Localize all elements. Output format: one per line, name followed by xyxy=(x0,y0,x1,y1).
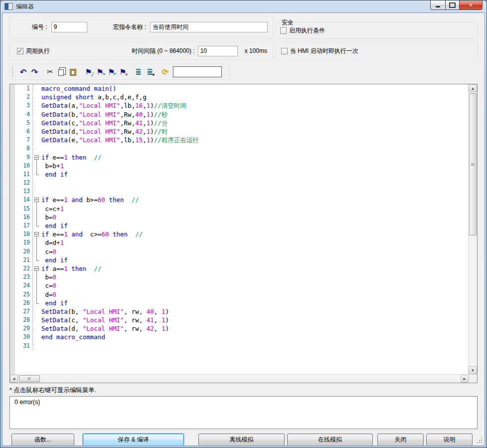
scroll-up-icon[interactable]: ▲ xyxy=(469,84,477,92)
compile-output: 0 error(s) xyxy=(9,396,478,429)
minimize-button[interactable] xyxy=(430,0,445,10)
code-line[interactable]: 31 xyxy=(15,342,468,350)
code-line[interactable]: 18if e==1 and c>=60 then // xyxy=(15,230,468,238)
redo-button[interactable]: ↷ xyxy=(29,66,40,78)
titlebar[interactable]: 编辑器 ✕ xyxy=(0,0,487,12)
macro-name-input[interactable] xyxy=(150,22,268,32)
macro-id-input[interactable] xyxy=(51,22,87,32)
code-line[interactable]: 5GetData(c,"Local HMI",Rw,41,1)//分 xyxy=(15,119,468,127)
code-area[interactable]: 1macro_command main()2unsigned short a,b… xyxy=(15,84,468,374)
close-icon: ✕ xyxy=(469,2,473,8)
code-line[interactable]: 1macro_command main() xyxy=(15,84,468,93)
maximize-button[interactable] xyxy=(445,0,460,10)
code-line[interactable]: 7GetData(e,"Local HMI",lb,15,1)//程序正在运行 xyxy=(15,136,468,144)
code-line[interactable]: 27SetData(b, "Local HMI", rw, 40, 1) xyxy=(15,307,468,316)
code-editor[interactable]: 1macro_command main()2unsigned short a,b… xyxy=(9,84,478,383)
maximize-icon xyxy=(449,2,456,8)
code-line[interactable]: 20 c=0 xyxy=(15,247,468,256)
code-line[interactable]: 6GetData(d,"Local HMI",Rw,42,1)//时 xyxy=(15,127,468,136)
find-icon: ⟳ xyxy=(162,67,168,77)
code-line[interactable]: 15 c=c+1 xyxy=(15,205,468,213)
vertical-scrollbar[interactable]: ▲ ▼ xyxy=(468,84,477,374)
scroll-right-icon[interactable]: ► xyxy=(461,375,469,383)
code-text: unsigned short a,b,c,d,e,f,g xyxy=(41,93,468,101)
line-number: 6 xyxy=(15,127,33,136)
code-line[interactable]: 11 end if xyxy=(15,170,468,179)
clear-bookmarks-button[interactable]: ⚑✕ xyxy=(117,66,129,78)
outdent-button[interactable]: ≣◄ xyxy=(144,66,156,78)
code-text: end if xyxy=(41,256,468,264)
code-line[interactable]: 24 c=0 xyxy=(15,281,468,290)
prev-bookmark-button[interactable]: ⚑↶ xyxy=(106,66,117,78)
line-number: 1 xyxy=(15,84,33,93)
copy-button[interactable] xyxy=(56,66,67,78)
fold-toggle-icon[interactable] xyxy=(33,264,41,273)
resize-grip[interactable] xyxy=(477,438,483,444)
periodic-panel: 周期执行 时间间隔 (0 ~ 864000) : x 100ms xyxy=(9,42,273,60)
line-number: 13 xyxy=(15,187,33,196)
toggle-bookmark-button[interactable]: ⚑╱ xyxy=(83,66,94,78)
run-on-startup-checkbox[interactable] xyxy=(281,48,288,54)
save-compile-button[interactable]: 保存 & 编译 xyxy=(83,434,184,446)
line-number: 10 xyxy=(15,162,33,170)
fold-margin xyxy=(33,127,41,136)
horizontal-scroll-thumb[interactable] xyxy=(19,375,40,382)
interval-input[interactable] xyxy=(198,46,238,56)
code-line[interactable]: 13 xyxy=(15,187,468,196)
scroll-down-icon[interactable]: ▼ xyxy=(469,366,477,374)
code-line[interactable]: 22if a==1 then // xyxy=(15,264,468,273)
fold-toggle-icon[interactable] xyxy=(33,230,41,238)
periodic-checkbox[interactable] xyxy=(17,48,23,54)
code-line[interactable]: 28SetData(c, "Local HMI", rw, 41, 1) xyxy=(15,316,468,324)
offline-simulation-button[interactable]: 离线模拟 xyxy=(198,434,285,446)
code-line[interactable]: 10 b=b+1 xyxy=(15,162,468,170)
find-button[interactable]: ⟳ xyxy=(160,66,171,78)
fold-margin xyxy=(33,299,41,307)
code-text: GetData(c,"Local HMI",Rw,41,1)//分 xyxy=(41,119,468,127)
horizontal-scrollbar[interactable]: ◄ ► xyxy=(10,374,477,383)
help-button[interactable]: 说明 xyxy=(426,434,473,446)
code-line[interactable]: 2unsigned short a,b,c,d,e,f,g xyxy=(15,93,468,101)
fold-margin xyxy=(33,316,41,324)
functions-button[interactable]: 函数... xyxy=(11,434,74,446)
code-line[interactable]: 17 end if xyxy=(15,222,468,230)
fold-margin xyxy=(33,273,41,281)
next-bookmark-button[interactable]: ⚑↷ xyxy=(94,66,106,78)
code-text: SetData(c, "Local HMI", rw, 41, 1) xyxy=(41,316,468,324)
line-number: 19 xyxy=(15,238,33,247)
code-text: b=0 xyxy=(41,213,468,222)
vertical-scroll-thumb[interactable] xyxy=(469,93,477,235)
cut-button[interactable]: ✂ xyxy=(44,66,56,78)
code-line[interactable]: 8 xyxy=(15,144,468,153)
code-line[interactable]: 25 d=0 xyxy=(15,290,468,299)
fold-margin xyxy=(33,144,41,153)
code-text: end if xyxy=(41,170,468,179)
code-line[interactable]: 3GetData(a,"Local HMI",lb,16,1)//清空时间 xyxy=(15,101,468,110)
code-line[interactable]: 21 end if xyxy=(15,256,468,264)
line-number: 7 xyxy=(15,136,33,144)
code-line[interactable]: 4GetData(b,"Local HMI",Rw,40,1)//秒 xyxy=(15,110,468,119)
close-button[interactable]: ✕ xyxy=(460,0,483,10)
search-input[interactable] xyxy=(173,66,222,77)
fold-toggle-icon[interactable] xyxy=(33,153,41,162)
indent-button[interactable]: ≣ xyxy=(133,66,144,78)
enable-condition-checkbox[interactable] xyxy=(280,27,287,34)
scroll-left-icon[interactable]: ◄ xyxy=(10,375,18,383)
line-number: 15 xyxy=(15,205,33,213)
code-line[interactable]: 19 d=d+1 xyxy=(15,238,468,247)
code-line[interactable]: 9if e==1 then // xyxy=(15,153,468,162)
fold-margin xyxy=(33,170,41,179)
fold-margin xyxy=(33,205,41,213)
code-line[interactable]: 23 b=0 xyxy=(15,273,468,281)
code-line[interactable]: 29SetData(d, "Local HMI", rw, 42, 1) xyxy=(15,324,468,333)
code-line[interactable]: 14if e==1 and b>=60 then // xyxy=(15,196,468,204)
code-line[interactable]: 12 xyxy=(15,179,468,187)
close-dialog-button[interactable]: 关闭 xyxy=(377,434,424,446)
undo-button[interactable]: ↶ xyxy=(17,66,29,78)
code-line[interactable]: 16 b=0 xyxy=(15,213,468,222)
code-line[interactable]: 30end macro_command xyxy=(15,333,468,341)
paste-button[interactable] xyxy=(67,66,79,78)
fold-toggle-icon[interactable] xyxy=(33,196,41,204)
online-simulation-button[interactable]: 在线模拟 xyxy=(287,434,373,446)
code-line[interactable]: 26 end if xyxy=(15,299,468,307)
